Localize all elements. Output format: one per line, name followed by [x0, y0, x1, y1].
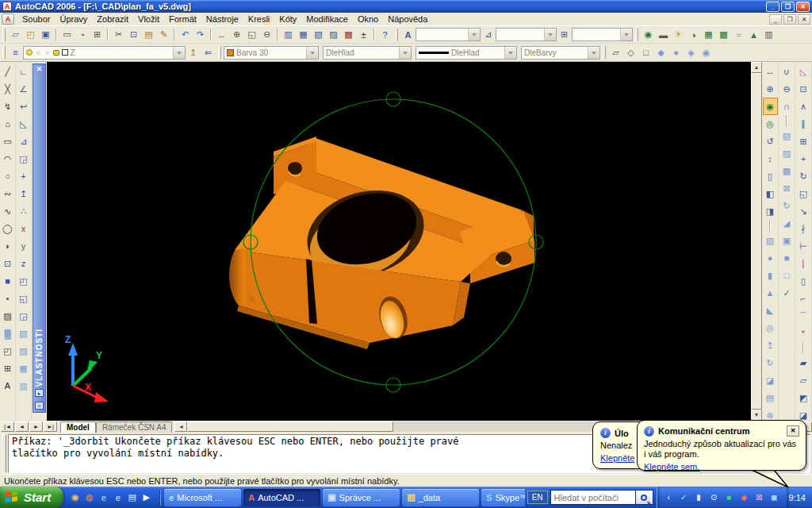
toolbar-grip[interactable]	[395, 29, 398, 41]
start-button[interactable]: Start	[0, 487, 63, 508]
rectangle-icon[interactable]: ▭	[0, 133, 15, 150]
network-error-icon[interactable]: ⊠	[753, 491, 765, 504]
taper-faces-icon[interactable]: ◢	[779, 214, 795, 232]
interfere-icon[interactable]: ⊗	[763, 406, 778, 421]
render-statistics-icon[interactable]: ▥	[761, 28, 776, 41]
send-under-icon[interactable]: ◪	[796, 406, 811, 421]
trim-icon[interactable]: ∤	[796, 220, 811, 237]
tray-app-icon[interactable]: ■	[723, 491, 735, 504]
ucs-origin-icon[interactable]: +	[16, 167, 31, 185]
table-style-combo[interactable]	[572, 28, 633, 41]
view-nw-iso-icon[interactable]: ▥	[16, 377, 31, 394]
bring-to-front-icon[interactable]: ▰	[796, 354, 811, 371]
title-bar[interactable]: A AutoCAD 2006 - [F:\_CAD\plan_fa_v5.dwg…	[0, 0, 812, 13]
layer-vp-freeze-icon[interactable]: ☼	[44, 48, 50, 56]
palette-settings-icon[interactable]: ≡	[35, 402, 44, 410]
palette-close-icon[interactable]: ✕	[34, 65, 44, 75]
balloon-close-icon[interactable]: ✕	[787, 425, 799, 437]
chevron-down-icon[interactable]	[173, 47, 185, 59]
background-balloon-link[interactable]: Klepněte	[600, 453, 634, 463]
move-faces-icon[interactable]: ▨	[779, 144, 795, 162]
notes-icon[interactable]: ▤	[126, 491, 138, 504]
spline-icon[interactable]: ∿	[0, 202, 15, 220]
tab-model[interactable]: Model	[60, 421, 96, 433]
shade-flat-icon[interactable]: ◆	[653, 46, 668, 60]
task-data-folder[interactable]: ▨_data	[402, 489, 479, 506]
view-sw-iso-icon[interactable]: ▧	[16, 325, 31, 342]
markup-manager-icon[interactable]: ▩	[341, 28, 356, 41]
menu-nastroje[interactable]: Nástroje	[201, 13, 243, 25]
region-icon[interactable]: ◰	[0, 342, 15, 360]
dim-style-icon[interactable]: ⊿	[481, 28, 496, 41]
doc-minimize-button[interactable]: _	[769, 14, 782, 25]
hatch-icon[interactable]: ▨	[0, 307, 15, 325]
menu-kresli[interactable]: Kresli	[243, 13, 275, 25]
chevron-down-icon[interactable]	[544, 29, 556, 40]
drawing-viewport[interactable]: Z Y X	[47, 62, 751, 421]
menu-upravy[interactable]: Úpravy	[55, 13, 92, 25]
arc-icon[interactable]: ◠	[0, 150, 15, 167]
line-icon[interactable]: ╱	[0, 63, 15, 80]
fillet-icon[interactable]: ⌒	[796, 307, 811, 325]
task-autocad[interactable]: AAutoCAD ...	[243, 489, 320, 506]
toolbar-grip[interactable]	[603, 46, 606, 59]
text-style-combo[interactable]	[416, 28, 481, 41]
scale-icon[interactable]: ◱	[796, 185, 811, 202]
signal-icon[interactable]: ▮	[693, 491, 705, 504]
menu-soubor[interactable]: Soubor	[17, 13, 55, 25]
solid-sphere-icon[interactable]: ●	[763, 249, 778, 267]
chevron-down-icon[interactable]	[588, 47, 599, 59]
horizontal-scroll-thumb[interactable]	[187, 421, 393, 432]
view-top-icon[interactable]: ◰	[16, 272, 31, 290]
task-microsoft[interactable]: eMicrosoft ...	[164, 489, 241, 506]
solid-cylinder-icon[interactable]: ▮	[763, 267, 778, 284]
palette-autohide-icon[interactable]: ▸	[35, 389, 44, 397]
ucs-object-icon[interactable]: ⊿	[16, 133, 31, 150]
copy-object-icon[interactable]: ⊡	[796, 80, 811, 98]
ucs-rotate-x-icon[interactable]: x	[16, 220, 31, 237]
search-input[interactable]	[550, 490, 636, 505]
ellipse-arc-icon[interactable]: ◗	[0, 237, 15, 255]
insert-block-icon[interactable]: ⊡	[0, 255, 15, 272]
slice-icon[interactable]: ◪	[763, 371, 778, 389]
revision-cloud-icon[interactable]: ∾	[0, 185, 15, 202]
paste-icon[interactable]: ▤	[141, 28, 156, 41]
construction-line-icon[interactable]: ╳	[0, 80, 15, 98]
view-ne-iso-icon[interactable]: ▦	[16, 360, 31, 377]
break-at-point-icon[interactable]: ∣	[796, 255, 811, 272]
publish-icon[interactable]: ⊞	[90, 28, 105, 41]
ucs-rotate-y-icon[interactable]: y	[16, 237, 31, 255]
properties-icon[interactable]: ▥	[281, 28, 296, 41]
update-icon[interactable]: ◆	[738, 491, 750, 504]
layer-color-chip[interactable]	[62, 49, 68, 56]
table-icon[interactable]: ⊞	[0, 360, 15, 377]
chevron-down-icon[interactable]	[399, 47, 411, 59]
array-icon[interactable]: ⊞	[796, 133, 811, 150]
chevron-down-icon[interactable]	[620, 29, 632, 40]
union-icon[interactable]: ∪	[779, 63, 795, 80]
download-manager-icon[interactable]: ◉	[69, 491, 81, 504]
3d-back-clip-icon[interactable]: ◨	[763, 202, 778, 220]
ucs-icon[interactable]: ∟	[16, 63, 31, 80]
shade-gouraud-icon[interactable]: ●	[668, 46, 684, 60]
3d-front-clip-icon[interactable]: ◧	[763, 185, 778, 202]
3d-zoom-icon[interactable]: ⊕	[763, 80, 778, 98]
shade-gouraud-edges-icon[interactable]: ◉	[699, 46, 714, 60]
point-icon[interactable]: •	[0, 290, 15, 307]
ucs-zaxis-icon[interactable]: ↥	[16, 185, 31, 202]
restore-button[interactable]: ❐	[781, 2, 795, 12]
command-window-grip[interactable]	[2, 434, 6, 473]
messenger-tray-icon[interactable]: ◼	[768, 491, 780, 504]
fog-icon[interactable]: ≈	[731, 28, 746, 41]
rotate-icon[interactable]: ↻	[796, 167, 811, 185]
offset-faces-icon[interactable]: ▩	[779, 162, 795, 179]
3d-adjust-distance-icon[interactable]: ↕	[763, 150, 778, 167]
layer-combo[interactable]: ☼ ☼ Z	[23, 46, 186, 60]
intersect-icon[interactable]: ∩	[779, 98, 795, 115]
solid-cone-icon[interactable]: ▲	[763, 284, 778, 302]
copy-faces-icon[interactable]: ▣	[779, 232, 795, 249]
layer-freeze-sun-icon[interactable]: ☼	[35, 48, 41, 56]
make-object-layer-current-icon[interactable]: ↥	[186, 46, 201, 60]
solid-torus-icon[interactable]: ◎	[763, 319, 778, 337]
scroll-left-icon[interactable]: ◄	[174, 421, 187, 432]
